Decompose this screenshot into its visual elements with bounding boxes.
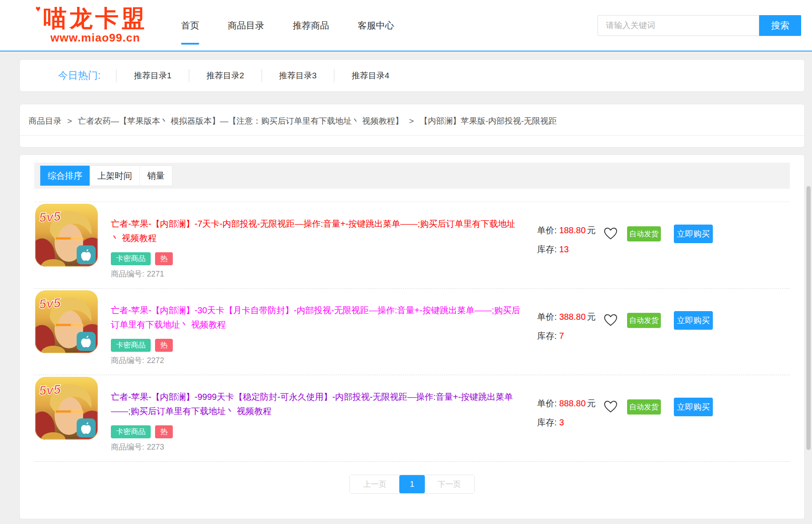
unit-price: 单价: 388.80元 xyxy=(537,311,590,323)
stock: 库存: 3 xyxy=(537,417,590,428)
product-game-icon[interactable] xyxy=(35,290,98,353)
card-product-badge: 卡密商品 xyxy=(111,252,151,265)
breadcrumb-separator: > xyxy=(67,116,72,125)
search-input[interactable] xyxy=(598,15,759,36)
price-label: 单价: xyxy=(537,399,557,408)
product-title[interactable]: 亡者-苹果-【内部澜】-9999天卡【稳定防封-可永久使用】-内部投视-无限视距… xyxy=(111,390,521,418)
main-nav: 首页 商品目录 推荐商品 客服中心 xyxy=(181,18,394,33)
site-logo-title: 喵龙卡盟 xyxy=(43,6,147,31)
tab-sort-composite[interactable]: 综合排序 xyxy=(40,166,90,186)
stock: 库存: 13 xyxy=(537,244,590,255)
hot-item-catalog-1[interactable]: 推荐目录1 xyxy=(116,69,189,82)
buy-now-button[interactable]: 立即购买 xyxy=(674,398,713,416)
favorite-heart-button[interactable] xyxy=(603,313,618,327)
product-list: 亡者-苹果-【内部澜】-7天卡-内部投视-无限视距—操作:音量+-按键跳出菜单—… xyxy=(34,202,790,462)
auto-delivery-badge: 自动发货 xyxy=(627,399,661,415)
site-logo[interactable]: 喵龙卡盟 www.miao99.cn xyxy=(24,6,167,45)
stock-label: 库存: xyxy=(537,418,557,427)
product-actions: 单价: 888.80元 库存: 3 自动发货 立即购买 xyxy=(537,377,713,452)
pagination: 上一页 1 下一页 xyxy=(34,475,790,494)
product-actions: 单价: 188.80元 库存: 13 自动发货 立即购买 xyxy=(537,204,713,279)
nav-item-support[interactable]: 客服中心 xyxy=(358,18,394,33)
product-game-icon[interactable] xyxy=(35,377,98,440)
favorite-heart-button[interactable] xyxy=(603,399,618,413)
heart-icon xyxy=(603,313,618,327)
breadcrumb-item-category[interactable]: 亡者农药—【苹果版本丶 模拟器版本】—【注意：购买后订单里有下载地址丶 视频教程… xyxy=(78,116,404,125)
header-search: 搜索 xyxy=(598,15,801,36)
product-row: 亡者-苹果-【内部澜】-9999天卡【稳定防封-可永久使用】-内部投视-无限视距… xyxy=(34,375,790,462)
product-sku: 商品编号:2271 xyxy=(111,269,521,279)
buy-now-button[interactable]: 立即购买 xyxy=(674,311,713,330)
product-game-icon[interactable] xyxy=(35,204,98,267)
product-sku-value: 2272 xyxy=(147,356,164,365)
pagination-group: 上一页 1 下一页 xyxy=(349,475,474,494)
favorite-heart-button[interactable] xyxy=(603,226,618,240)
today-hot-label: 今日热门: xyxy=(58,69,116,82)
breadcrumb-separator: > xyxy=(409,116,414,125)
breadcrumb-item-catalog[interactable]: 商品目录 xyxy=(29,116,61,125)
pagination-next-button[interactable]: 下一页 xyxy=(425,475,474,493)
sort-tab-strip: 综合排序 上架时间 销量 xyxy=(34,163,790,189)
buy-now-button[interactable]: 立即购买 xyxy=(674,225,713,243)
product-info: 亡者-苹果-【内部澜】-30天卡【月卡自带防封】-内部投视-无限视距—操作:音量… xyxy=(111,290,521,365)
heart-icon xyxy=(603,399,618,413)
breadcrumb-panel: 商品目录 > 亡者农药—【苹果版本丶 模拟器版本】—【注意：购买后订单里有下载地… xyxy=(19,104,805,148)
product-row: 亡者-苹果-【内部澜】-7天卡-内部投视-无限视距—操作:音量+-按键跳出菜单—… xyxy=(34,202,790,289)
product-sku: 商品编号:2273 xyxy=(111,442,521,452)
pagination-prev-button[interactable]: 上一页 xyxy=(350,475,399,493)
currency-label: 元 xyxy=(587,225,595,235)
breadcrumb-item-current[interactable]: 【内部澜】苹果版-内部投视-无限视距 xyxy=(420,116,557,125)
product-row: 亡者-苹果-【内部澜】-30天卡【月卡自带防封】-内部投视-无限视距—操作:音量… xyxy=(34,289,790,375)
stock-label: 库存: xyxy=(537,331,557,341)
tab-sort-listing-time[interactable]: 上架时间 xyxy=(90,166,140,186)
price-block: 单价: 188.80元 库存: 13 xyxy=(537,225,590,255)
nav-item-recommended[interactable]: 推荐商品 xyxy=(293,18,329,33)
product-actions: 单价: 388.80元 库存: 7 自动发货 立即购买 xyxy=(537,290,713,365)
hot-item-catalog-2[interactable]: 推荐目录2 xyxy=(189,69,262,82)
hot-item-catalog-3[interactable]: 推荐目录3 xyxy=(262,69,334,82)
today-hot-bar: 今日热门: 推荐目录1 推荐目录2 推荐目录3 推荐目录4 xyxy=(19,59,805,92)
sort-tab-group: 综合排序 上架时间 销量 xyxy=(40,165,172,186)
heart-icon xyxy=(603,226,618,240)
stock-value: 13 xyxy=(559,244,569,254)
hot-badge: 热 xyxy=(155,252,173,265)
search-button[interactable]: 搜索 xyxy=(759,15,801,36)
breadcrumb: 商品目录 > 亡者农药—【苹果版本丶 模拟器版本】—【注意：购买后订单里有下载地… xyxy=(20,104,804,136)
product-tags: 卡密商品 热 xyxy=(111,252,521,265)
price-block: 单价: 388.80元 库存: 7 xyxy=(537,311,590,342)
price-value: 188.80 xyxy=(559,225,586,235)
product-sku: 商品编号:2272 xyxy=(111,356,521,365)
nav-item-catalog[interactable]: 商品目录 xyxy=(228,18,264,33)
product-info: 亡者-苹果-【内部澜】-7天卡-内部投视-无限视距—操作:音量+-按键跳出菜单—… xyxy=(111,204,521,279)
card-product-badge: 卡密商品 xyxy=(111,425,151,438)
auto-delivery-badge: 自动发货 xyxy=(627,226,661,241)
nav-item-home[interactable]: 首页 xyxy=(181,18,199,33)
product-sku-value: 2271 xyxy=(147,270,164,278)
unit-price: 单价: 888.80元 xyxy=(537,398,590,409)
vertical-scrollbar-thumb[interactable] xyxy=(806,186,811,450)
price-label: 单价: xyxy=(537,225,557,235)
product-title[interactable]: 亡者-苹果-【内部澜】-30天卡【月卡自带防封】-内部投视-无限视距—操作:音量… xyxy=(111,303,521,332)
stock-value: 3 xyxy=(559,418,564,427)
price-value: 388.80 xyxy=(559,312,586,321)
product-sku-value: 2273 xyxy=(147,443,164,451)
hot-item-catalog-4[interactable]: 推荐目录4 xyxy=(334,69,407,82)
currency-label: 元 xyxy=(587,399,595,408)
tab-sort-sales[interactable]: 销量 xyxy=(140,166,172,186)
site-header: 喵龙卡盟 www.miao99.cn 首页 商品目录 推荐商品 客服中心 搜索 xyxy=(0,0,812,51)
product-info: 亡者-苹果-【内部澜】-9999天卡【稳定防封-可永久使用】-内部投视-无限视距… xyxy=(111,377,521,452)
auto-delivery-badge: 自动发货 xyxy=(627,313,661,328)
unit-price: 单价: 188.80元 xyxy=(537,225,590,236)
stock: 库存: 7 xyxy=(537,330,590,342)
pagination-page-1[interactable]: 1 xyxy=(399,475,424,493)
price-label: 单价: xyxy=(537,312,557,321)
product-title[interactable]: 亡者-苹果-【内部澜】-7天卡-内部投视-无限视距—操作:音量+-按键跳出菜单—… xyxy=(111,217,521,245)
currency-label: 元 xyxy=(587,312,595,321)
card-product-badge: 卡密商品 xyxy=(111,339,151,352)
stock-value: 7 xyxy=(559,331,564,341)
product-list-panel: 综合排序 上架时间 销量 亡者-苹果-【内部澜】-7天卡-内部投视-无限视距—操… xyxy=(19,154,805,519)
product-sku-label: 商品编号: xyxy=(111,356,144,365)
product-tags: 卡密商品 热 xyxy=(111,425,521,438)
hot-badge: 热 xyxy=(155,339,173,352)
breadcrumb-panel-footer xyxy=(20,136,804,147)
